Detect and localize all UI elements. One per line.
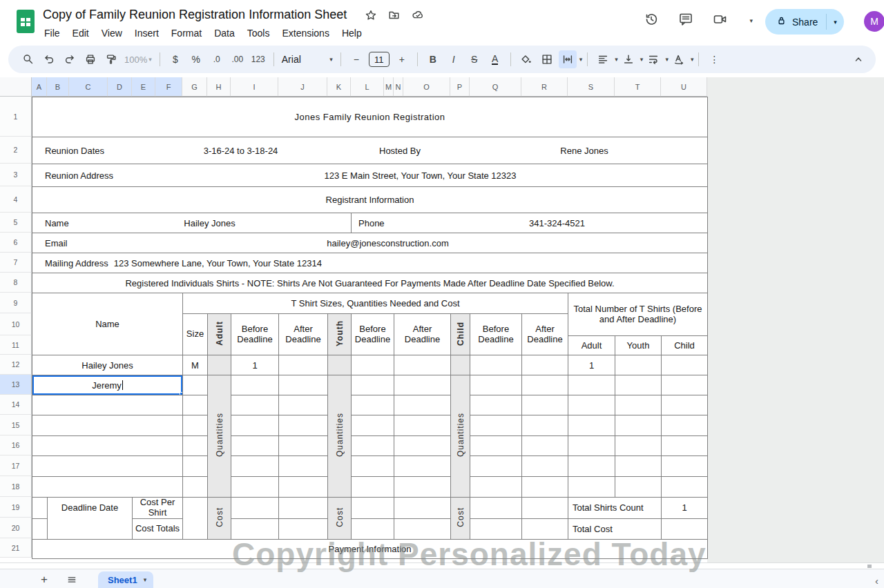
cell[interactable] [352, 436, 394, 456]
menu-format[interactable]: Format [165, 26, 208, 40]
history-icon[interactable] [643, 11, 660, 30]
column-header-u[interactable]: U [661, 77, 707, 97]
star-icon[interactable] [365, 9, 377, 24]
cell[interactable] [279, 355, 328, 375]
registrant-phone-cell[interactable]: Phone 341-324-4521 [352, 213, 708, 233]
cell[interactable] [522, 375, 568, 395]
cell[interactable] [615, 375, 662, 395]
column-header-s[interactable]: S [568, 77, 615, 97]
menu-help[interactable]: Help [336, 26, 368, 40]
video-call-icon[interactable] [712, 11, 730, 30]
row-header-5[interactable]: 5 [0, 213, 32, 233]
cell[interactable] [32, 436, 183, 456]
child-column-header[interactable]: Child [451, 314, 470, 355]
cell[interactable] [231, 395, 279, 415]
row-header-6[interactable]: 6 [0, 233, 32, 253]
row-header-2[interactable]: 2 [0, 137, 32, 164]
comments-icon[interactable] [678, 11, 694, 30]
italic-button[interactable]: I [445, 50, 463, 68]
horizontal-align-icon[interactable] [594, 50, 612, 68]
cell[interactable] [32, 518, 48, 539]
menu-view[interactable]: View [95, 26, 128, 40]
total-adult-header[interactable]: Adult [568, 336, 615, 355]
cell[interactable] [352, 456, 394, 477]
cell[interactable] [183, 498, 208, 540]
cell[interactable] [352, 375, 394, 395]
more-options-button[interactable]: ⋮ [705, 50, 723, 68]
cell[interactable] [470, 415, 522, 436]
cell[interactable] [279, 436, 328, 456]
youth-cost-column[interactable]: Cost [328, 498, 352, 540]
total-child-header[interactable]: Child [662, 336, 708, 355]
side-panel-icon[interactable]: ‹ [875, 575, 878, 587]
total-shirts-count-label[interactable]: Total Shirts Count [568, 498, 662, 519]
cell[interactable] [470, 456, 522, 477]
cell[interactable] [615, 456, 662, 477]
cell[interactable] [615, 395, 662, 415]
cell[interactable] [394, 436, 451, 456]
cell[interactable] [522, 415, 568, 436]
cell[interactable] [662, 436, 708, 456]
shirts-note-cell[interactable]: Registered Individuals Shirts - NOTE: Sh… [32, 273, 708, 293]
text-wrap-caret-icon[interactable]: ▾ [665, 56, 669, 63]
cell[interactable] [279, 375, 328, 395]
cell[interactable] [32, 477, 183, 498]
cell[interactable] [352, 395, 394, 415]
row-header-10[interactable]: 10 [0, 313, 32, 335]
cell[interactable] [394, 375, 451, 395]
format-percent-button[interactable]: % [187, 50, 205, 68]
row-header-7[interactable]: 7 [0, 253, 32, 273]
adult-cost-column[interactable]: Cost [208, 498, 231, 540]
cell[interactable] [522, 395, 568, 415]
column-header-m[interactable]: M [384, 77, 394, 97]
cell[interactable] [231, 498, 279, 519]
cell[interactable] [662, 355, 708, 375]
cell[interactable] [568, 415, 615, 436]
select-all-corner[interactable] [0, 77, 32, 97]
font-family-select[interactable]: Arial▾ [282, 54, 333, 65]
search-icon[interactable] [19, 50, 37, 68]
column-header-l[interactable]: L [351, 77, 384, 97]
cell[interactable] [394, 477, 451, 498]
merge-cells-caret-icon[interactable]: ▾ [579, 56, 583, 63]
cell[interactable] [615, 436, 662, 456]
cell[interactable] [522, 436, 568, 456]
row-header-13[interactable]: 13 [0, 375, 32, 395]
shirt-totals-header[interactable]: Total Number of T Shirts (Before and Aft… [568, 293, 708, 336]
zoom-control[interactable]: 100%▾ [124, 55, 152, 65]
column-header-i[interactable]: I [231, 77, 278, 97]
cell[interactable] [568, 477, 615, 498]
cell[interactable] [662, 415, 708, 436]
menu-data[interactable]: Data [208, 26, 241, 40]
cell[interactable] [451, 355, 470, 375]
active-cell-jeremy[interactable]: Jeremy [32, 375, 183, 395]
adult-quantities-column[interactable]: Quantities [208, 375, 231, 498]
row-header-1[interactable]: 1 [0, 97, 32, 137]
cell[interactable] [470, 436, 522, 456]
youth-after-header[interactable]: After Deadline [394, 314, 451, 355]
reunion-dates-row[interactable]: Reunion Dates 3-16-24 to 3-18-24 Hosted … [32, 137, 708, 164]
shirt-sizes-header[interactable]: T Shirt Sizes, Quantities Needed and Cos… [183, 293, 568, 314]
registrant-row-name[interactable]: Hailey Jones [32, 355, 183, 375]
sheet-tab-sheet1[interactable]: Sheet1 ▾ [98, 571, 153, 588]
child-before-header[interactable]: Before Deadline [470, 314, 522, 355]
cell[interactable] [279, 415, 328, 436]
fill-color-icon[interactable] [517, 50, 535, 68]
reunion-address-row[interactable]: Reunion Address 123 E Main Street, Your … [32, 164, 708, 187]
cell[interactable] [231, 456, 279, 477]
hide-menus-icon[interactable] [849, 50, 867, 68]
shirt-name-header[interactable]: Name [32, 293, 183, 355]
form-title-cell[interactable]: Jones Family Reunion Registration [32, 97, 708, 137]
move-folder-icon[interactable] [387, 9, 401, 24]
row-header-14[interactable]: 14 [0, 395, 32, 415]
cell[interactable] [32, 456, 183, 477]
text-rotation-icon[interactable] [670, 50, 688, 68]
cell[interactable] [662, 375, 708, 395]
mailing-address-cell[interactable]: Mailing Address 123 Somewhere Lane, Your… [32, 253, 708, 273]
registrant-row-size[interactable]: M [183, 355, 208, 375]
document-title[interactable]: Copy of Family Reunion Registration Info… [43, 8, 347, 22]
menu-insert[interactable]: Insert [128, 26, 165, 40]
column-header-q[interactable]: Q [470, 77, 521, 97]
cell[interactable] [470, 395, 522, 415]
text-rotation-caret-icon[interactable]: ▾ [691, 56, 694, 63]
